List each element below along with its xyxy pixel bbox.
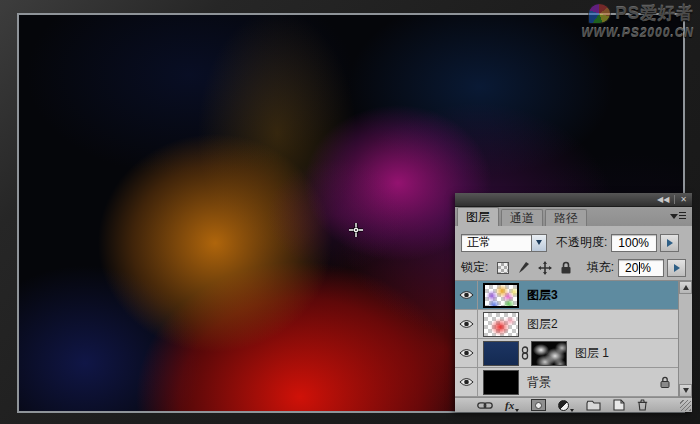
layer-name[interactable]: 图层2 — [527, 316, 558, 333]
arrow-down-icon — [683, 388, 689, 393]
layer-style-button[interactable]: fx — [505, 399, 519, 412]
eye-icon — [459, 290, 474, 300]
watermark-url: WWW.PS2000.CN — [581, 26, 694, 40]
visibility-toggle[interactable] — [455, 310, 478, 338]
layer-style-icon: fx — [505, 400, 514, 411]
layer-thumbnail[interactable] — [483, 341, 519, 366]
blend-mode-value: 正常 — [467, 234, 491, 251]
layer-row-3[interactable]: 图层3 — [455, 281, 678, 310]
blend-mode-arrow[interactable] — [531, 235, 546, 251]
panel-resize-grip[interactable] — [680, 400, 691, 411]
lock-paint-button[interactable] — [516, 260, 531, 275]
chevron-down-icon — [515, 409, 519, 412]
layers-panel: ◀◀ ✕ 图层 通道 路径 正常 不透明度: 100% 锁定: — [455, 193, 692, 412]
delete-layer-icon — [637, 399, 648, 411]
layer-thumbnail[interactable] — [483, 370, 519, 395]
mask-link-icon — [521, 346, 529, 360]
fill-value-after-caret: % — [640, 261, 651, 275]
panel-bottom-toolbar: fx — [455, 397, 692, 412]
arrow-up-icon — [683, 285, 689, 290]
add-mask-icon — [531, 399, 546, 411]
link-layers-button[interactable] — [477, 399, 493, 412]
layer-name[interactable]: 图层3 — [527, 287, 558, 304]
fill-slider-button[interactable] — [667, 259, 686, 277]
layer-row-1[interactable]: 图层 1 — [455, 339, 678, 368]
visibility-toggle[interactable] — [455, 339, 478, 367]
move-crosshair-cursor — [349, 223, 363, 237]
fill-value-before-caret: 20 — [625, 261, 638, 275]
brush-icon — [517, 261, 530, 274]
panel-tab-bar: 图层 通道 路径 — [455, 207, 692, 226]
move-icon — [538, 261, 552, 275]
opacity-value: 100% — [618, 236, 649, 250]
eye-icon — [459, 348, 474, 358]
eye-icon — [459, 377, 474, 387]
chevron-down-icon — [536, 240, 542, 245]
adjustment-layer-icon — [558, 400, 569, 411]
new-layer-icon — [613, 399, 625, 411]
fill-label: 填充: — [587, 259, 614, 276]
scroll-up-button[interactable] — [679, 281, 692, 294]
tab-channels[interactable]: 通道 — [501, 209, 543, 226]
locked-icon — [660, 376, 670, 388]
layer-controls: 正常 不透明度: 100% 锁定: — [455, 226, 692, 280]
delete-layer-button[interactable] — [637, 399, 648, 412]
thumbnail-art — [485, 285, 517, 306]
close-panel-button[interactable]: ✕ — [675, 193, 692, 206]
chevron-down-icon — [570, 409, 574, 412]
layers-list: 图层3 图层2 — [455, 280, 692, 397]
tab-layers[interactable]: 图层 — [457, 207, 499, 226]
arrow-right-icon — [667, 239, 673, 247]
eye-icon — [459, 319, 474, 329]
rainbow-fan-icon — [588, 3, 611, 24]
visibility-toggle[interactable] — [455, 368, 478, 396]
new-group-icon — [586, 400, 601, 411]
add-mask-button[interactable] — [531, 399, 546, 412]
arrow-right-icon — [674, 264, 680, 272]
watermark-brand: PS爱好者 — [615, 2, 694, 25]
new-layer-button[interactable] — [613, 399, 625, 412]
adjustment-layer-button[interactable] — [558, 399, 574, 412]
new-group-button[interactable] — [586, 399, 601, 412]
layer-thumbnail[interactable] — [483, 312, 519, 337]
visibility-toggle[interactable] — [455, 281, 478, 309]
opacity-input[interactable]: 100% — [611, 234, 657, 252]
layer-row-2[interactable]: 图层2 — [455, 310, 678, 339]
opacity-slider-button[interactable] — [660, 234, 679, 252]
lock-all-button[interactable] — [558, 260, 573, 275]
panel-menu-button[interactable] — [670, 211, 686, 222]
scroll-down-button[interactable] — [679, 384, 692, 397]
layer-name[interactable]: 图层 1 — [575, 345, 609, 362]
padlock-icon — [560, 261, 572, 274]
opacity-label: 不透明度: — [556, 234, 607, 251]
tab-paths[interactable]: 路径 — [545, 209, 587, 226]
layer-row-background[interactable]: 背景 — [455, 368, 678, 397]
layers-scrollbar[interactable] — [678, 281, 692, 397]
lock-label: 锁定: — [461, 259, 488, 276]
panel-titlebar[interactable]: ◀◀ ✕ — [455, 193, 692, 207]
lock-transparency-button[interactable] — [495, 260, 510, 275]
menu-lines-icon — [679, 212, 686, 221]
thumbnail-art — [484, 313, 518, 336]
fill-input[interactable]: 20% — [618, 259, 664, 277]
layer-thumbnail[interactable] — [483, 283, 519, 308]
checkerboard-icon — [497, 262, 509, 274]
link-layers-icon — [477, 401, 493, 410]
lock-position-button[interactable] — [537, 260, 552, 275]
site-watermark: PS爱好者 WWW.PS2000.CN — [581, 2, 694, 40]
layer-name[interactable]: 背景 — [527, 374, 551, 391]
layer-mask-thumbnail[interactable] — [531, 341, 567, 366]
blend-mode-select[interactable]: 正常 — [461, 234, 547, 252]
collapse-panel-button[interactable]: ◀◀ — [652, 193, 674, 206]
chevron-down-icon — [670, 214, 678, 219]
